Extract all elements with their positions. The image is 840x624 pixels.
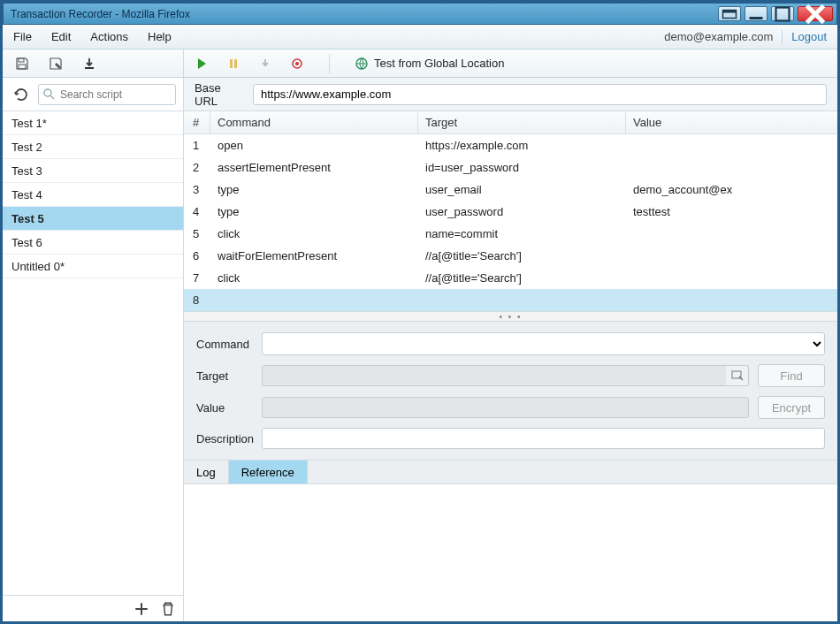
col-command-header[interactable]: Command bbox=[210, 111, 418, 133]
cell-target: user_email bbox=[418, 183, 626, 196]
separator bbox=[782, 30, 783, 44]
grid-row[interactable]: 1openhttps://example.com bbox=[184, 134, 837, 156]
cell-command: type bbox=[210, 183, 418, 196]
command-label: Command bbox=[196, 338, 262, 351]
cell-num: 5 bbox=[184, 227, 210, 240]
tab-reference[interactable]: Reference bbox=[229, 460, 308, 483]
search-input[interactable] bbox=[38, 84, 176, 105]
menu-edit[interactable]: Edit bbox=[51, 30, 71, 43]
cell-num: 4 bbox=[184, 205, 210, 218]
cell-command: type bbox=[210, 205, 418, 218]
grid-row[interactable]: 3typeuser_emaildemo_account@ex bbox=[184, 179, 837, 201]
cell-num: 3 bbox=[184, 183, 210, 196]
value-label: Value bbox=[196, 401, 262, 415]
grid-row[interactable]: 8 bbox=[184, 289, 837, 311]
cell-target: name=commit bbox=[418, 227, 626, 240]
cell-command: click bbox=[210, 227, 418, 240]
base-url-row: Base URL bbox=[184, 78, 837, 111]
encrypt-button[interactable]: Encrypt bbox=[758, 396, 825, 419]
script-item[interactable]: Test 6 bbox=[3, 231, 183, 255]
description-input[interactable] bbox=[262, 428, 825, 449]
test-global-button[interactable]: Test from Global Location bbox=[355, 57, 504, 71]
menu-file[interactable]: File bbox=[13, 30, 32, 43]
cell-num: 7 bbox=[184, 271, 210, 285]
menu-actions[interactable]: Actions bbox=[90, 30, 128, 43]
cell-command: click bbox=[210, 271, 418, 285]
play-icon[interactable] bbox=[195, 57, 209, 71]
window: Transaction Recorder - Mozilla Firefox F… bbox=[3, 3, 837, 621]
grid-row[interactable]: 4typeuser_passwordtesttest bbox=[184, 201, 837, 223]
script-item[interactable]: Test 2 bbox=[3, 135, 183, 159]
cell-target: user_password bbox=[418, 205, 626, 218]
svg-rect-2 bbox=[750, 17, 763, 19]
value-input[interactable] bbox=[262, 397, 749, 418]
logout-link[interactable]: Logout bbox=[791, 30, 827, 43]
refresh-icon[interactable] bbox=[13, 87, 29, 103]
cell-num: 1 bbox=[184, 139, 210, 152]
cell-target: id=user_password bbox=[418, 161, 626, 174]
cell-target: https://example.com bbox=[418, 139, 626, 152]
grid-row[interactable]: 6waitForElementPresent//a[@title='Search… bbox=[184, 245, 837, 267]
cell-num: 2 bbox=[184, 161, 210, 174]
cell-command: waitForElementPresent bbox=[210, 249, 418, 263]
target-input[interactable] bbox=[262, 365, 729, 386]
step-icon[interactable] bbox=[258, 57, 272, 71]
find-button[interactable]: Find bbox=[758, 364, 825, 387]
grid-row[interactable]: 5clickname=commit bbox=[184, 223, 837, 245]
window-tray-button[interactable] bbox=[718, 6, 741, 21]
record-icon[interactable] bbox=[290, 57, 304, 71]
main-panel: Base URL # Command Target Value 1openhtt… bbox=[184, 78, 837, 621]
window-maximize-button[interactable] bbox=[771, 6, 794, 21]
detail-panel: Command Target Find Value Encrypt Descri… bbox=[184, 322, 837, 460]
separator bbox=[329, 54, 330, 73]
window-title: Transaction Recorder - Mozilla Firefox bbox=[7, 8, 718, 20]
globe-icon bbox=[355, 57, 369, 71]
cell-value: testtest bbox=[626, 205, 837, 218]
target-label: Target bbox=[196, 369, 262, 383]
col-target-header[interactable]: Target bbox=[418, 111, 626, 133]
base-url-label: Base URL bbox=[195, 81, 242, 108]
description-label: Description bbox=[196, 432, 262, 445]
toolbar: Test from Global Location bbox=[3, 49, 837, 78]
cell-command: open bbox=[210, 139, 418, 152]
svg-rect-1 bbox=[723, 10, 737, 12]
user-email: demo@example.com bbox=[664, 30, 773, 43]
bottom-tabs: Log Reference bbox=[184, 460, 837, 484]
col-num-header[interactable]: # bbox=[184, 111, 210, 133]
save-icon[interactable] bbox=[15, 57, 29, 71]
script-item[interactable]: Test 4 bbox=[3, 183, 183, 207]
add-script-button[interactable] bbox=[134, 601, 149, 617]
svg-rect-5 bbox=[19, 65, 26, 69]
splitter[interactable]: • • • bbox=[184, 311, 837, 322]
script-item[interactable]: Test 1* bbox=[3, 111, 183, 135]
command-select[interactable] bbox=[262, 332, 825, 355]
grid-row[interactable]: 2assertElementPresentid=user_password bbox=[184, 156, 837, 179]
window-minimize-button[interactable] bbox=[745, 6, 767, 21]
svg-rect-6 bbox=[230, 59, 233, 68]
titlebar: Transaction Recorder - Mozilla Firefox bbox=[3, 3, 837, 25]
script-item[interactable]: Test 3 bbox=[3, 159, 183, 183]
window-close-button[interactable] bbox=[798, 6, 833, 21]
grid-header: # Command Target Value bbox=[184, 111, 837, 134]
col-value-header[interactable]: Value bbox=[626, 111, 837, 133]
download-icon[interactable] bbox=[82, 57, 96, 71]
grid-row[interactable]: 7click//a[@title='Search'] bbox=[184, 267, 837, 289]
script-item[interactable]: Test 5 bbox=[3, 207, 183, 231]
delete-script-button[interactable] bbox=[160, 601, 176, 617]
svg-rect-7 bbox=[234, 59, 237, 68]
pause-icon[interactable] bbox=[226, 57, 241, 71]
content: Test 1*Test 2Test 3Test 4Test 5Test 6Unt… bbox=[3, 78, 837, 621]
cell-target: //a[@title='Search'] bbox=[418, 271, 626, 285]
cell-target: //a[@title='Search'] bbox=[418, 249, 626, 263]
tab-log[interactable]: Log bbox=[184, 460, 229, 483]
search-icon bbox=[42, 88, 55, 100]
script-item[interactable]: Untitled 0* bbox=[3, 255, 183, 278]
base-url-input[interactable] bbox=[253, 84, 827, 105]
menubar: File Edit Actions Help demo@example.com … bbox=[3, 25, 837, 49]
menu-help[interactable]: Help bbox=[148, 30, 172, 43]
script-list: Test 1*Test 2Test 3Test 4Test 5Test 6Unt… bbox=[3, 111, 183, 595]
titlebar-buttons bbox=[718, 6, 833, 21]
cell-num: 8 bbox=[184, 293, 210, 307]
target-picker-icon[interactable] bbox=[726, 365, 749, 386]
save-edit-icon[interactable] bbox=[49, 57, 63, 71]
